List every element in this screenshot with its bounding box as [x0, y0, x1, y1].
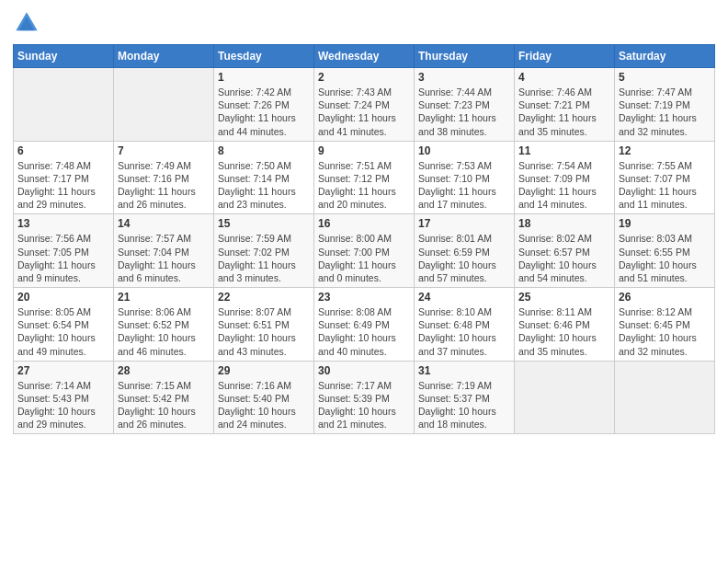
- main-container: Sunday Monday Tuesday Wednesday Thursday…: [0, 0, 728, 443]
- table-cell: 13Sunrise: 7:56 AMSunset: 7:05 PMDayligh…: [14, 214, 114, 288]
- table-cell: 1Sunrise: 7:42 AMSunset: 7:26 PMDaylight…: [214, 68, 314, 142]
- day-info: Sunrise: 8:00 AMSunset: 7:00 PMDaylight:…: [318, 232, 410, 284]
- table-cell: 3Sunrise: 7:44 AMSunset: 7:23 PMDaylight…: [415, 68, 515, 142]
- day-number: 8: [218, 144, 310, 157]
- day-number: 4: [518, 71, 610, 84]
- day-number: 12: [619, 144, 711, 157]
- day-info: Sunrise: 8:08 AMSunset: 6:49 PMDaylight:…: [318, 305, 410, 358]
- header: [13, 9, 715, 37]
- day-info: Sunrise: 7:19 AMSunset: 5:37 PMDaylight:…: [418, 379, 510, 431]
- table-cell: [615, 361, 715, 434]
- table-cell: 28Sunrise: 7:15 AMSunset: 5:42 PMDayligh…: [114, 361, 214, 434]
- table-cell: 18Sunrise: 8:02 AMSunset: 6:57 PMDayligh…: [515, 214, 615, 288]
- table-cell: 9Sunrise: 7:51 AMSunset: 7:12 PMDaylight…: [314, 141, 415, 214]
- table-cell: 23Sunrise: 8:08 AMSunset: 6:49 PMDayligh…: [314, 288, 415, 362]
- day-number: 20: [17, 291, 109, 304]
- day-info: Sunrise: 7:46 AMSunset: 7:21 PMDaylight:…: [518, 86, 610, 138]
- day-info: Sunrise: 8:10 AMSunset: 6:48 PMDaylight:…: [418, 305, 510, 358]
- calendar-header: Sunday Monday Tuesday Wednesday Thursday…: [14, 45, 715, 68]
- day-info: Sunrise: 7:42 AMSunset: 7:26 PMDaylight:…: [218, 86, 310, 138]
- header-row: Sunday Monday Tuesday Wednesday Thursday…: [14, 45, 715, 68]
- logo-icon: [13, 9, 40, 37]
- day-info: Sunrise: 7:57 AMSunset: 7:04 PMDaylight:…: [118, 232, 210, 284]
- day-number: 7: [118, 144, 210, 157]
- table-cell: 12Sunrise: 7:55 AMSunset: 7:07 PMDayligh…: [615, 141, 715, 214]
- day-info: Sunrise: 8:12 AMSunset: 6:45 PMDaylight:…: [619, 305, 711, 358]
- day-number: 11: [518, 144, 610, 157]
- day-number: 18: [518, 217, 610, 230]
- table-cell: 30Sunrise: 7:17 AMSunset: 5:39 PMDayligh…: [314, 361, 415, 434]
- day-info: Sunrise: 8:02 AMSunset: 6:57 PMDaylight:…: [518, 232, 610, 284]
- table-cell: 17Sunrise: 8:01 AMSunset: 6:59 PMDayligh…: [415, 214, 515, 288]
- day-number: 9: [318, 144, 410, 157]
- day-number: 30: [318, 364, 410, 377]
- day-info: Sunrise: 7:15 AMSunset: 5:42 PMDaylight:…: [118, 379, 210, 431]
- day-number: 1: [218, 71, 310, 84]
- table-cell: 20Sunrise: 8:05 AMSunset: 6:54 PMDayligh…: [14, 288, 114, 362]
- table-cell: 24Sunrise: 8:10 AMSunset: 6:48 PMDayligh…: [415, 288, 515, 362]
- day-info: Sunrise: 7:54 AMSunset: 7:09 PMDaylight:…: [518, 159, 610, 212]
- table-cell: 19Sunrise: 8:03 AMSunset: 6:55 PMDayligh…: [615, 214, 715, 288]
- table-cell: 6Sunrise: 7:48 AMSunset: 7:17 PMDaylight…: [14, 141, 114, 214]
- table-cell: [114, 68, 214, 142]
- table-cell: [515, 361, 615, 434]
- day-info: Sunrise: 7:43 AMSunset: 7:24 PMDaylight:…: [318, 86, 410, 138]
- day-number: 31: [418, 364, 510, 377]
- table-cell: 10Sunrise: 7:53 AMSunset: 7:10 PMDayligh…: [415, 141, 515, 214]
- col-friday: Friday: [515, 45, 615, 68]
- day-number: 21: [118, 291, 210, 304]
- table-cell: 22Sunrise: 8:07 AMSunset: 6:51 PMDayligh…: [214, 288, 314, 362]
- day-number: 28: [118, 364, 210, 377]
- day-number: 10: [418, 144, 510, 157]
- day-info: Sunrise: 8:06 AMSunset: 6:52 PMDaylight:…: [118, 305, 210, 358]
- table-cell: 11Sunrise: 7:54 AMSunset: 7:09 PMDayligh…: [515, 141, 615, 214]
- day-number: 24: [418, 291, 510, 304]
- col-saturday: Saturday: [615, 45, 715, 68]
- day-info: Sunrise: 7:59 AMSunset: 7:02 PMDaylight:…: [218, 232, 310, 284]
- logo: [13, 9, 44, 37]
- table-cell: 31Sunrise: 7:19 AMSunset: 5:37 PMDayligh…: [415, 361, 515, 434]
- table-cell: 2Sunrise: 7:43 AMSunset: 7:24 PMDaylight…: [314, 68, 415, 142]
- day-number: 14: [118, 217, 210, 230]
- day-info: Sunrise: 8:03 AMSunset: 6:55 PMDaylight:…: [619, 232, 711, 284]
- day-number: 16: [318, 217, 410, 230]
- table-cell: 25Sunrise: 8:11 AMSunset: 6:46 PMDayligh…: [515, 288, 615, 362]
- day-info: Sunrise: 8:05 AMSunset: 6:54 PMDaylight:…: [17, 305, 109, 358]
- col-thursday: Thursday: [415, 45, 515, 68]
- day-number: 5: [619, 71, 711, 84]
- day-number: 29: [218, 364, 310, 377]
- day-number: 23: [318, 291, 410, 304]
- col-tuesday: Tuesday: [214, 45, 314, 68]
- table-cell: 21Sunrise: 8:06 AMSunset: 6:52 PMDayligh…: [114, 288, 214, 362]
- day-info: Sunrise: 8:07 AMSunset: 6:51 PMDaylight:…: [218, 305, 310, 358]
- day-number: 15: [218, 217, 310, 230]
- table-cell: 7Sunrise: 7:49 AMSunset: 7:16 PMDaylight…: [114, 141, 214, 214]
- day-info: Sunrise: 8:11 AMSunset: 6:46 PMDaylight:…: [518, 305, 610, 358]
- day-info: Sunrise: 7:51 AMSunset: 7:12 PMDaylight:…: [318, 159, 410, 212]
- table-cell: 26Sunrise: 8:12 AMSunset: 6:45 PMDayligh…: [615, 288, 715, 362]
- col-wednesday: Wednesday: [314, 45, 415, 68]
- day-info: Sunrise: 7:50 AMSunset: 7:14 PMDaylight:…: [218, 159, 310, 212]
- day-info: Sunrise: 8:01 AMSunset: 6:59 PMDaylight:…: [418, 232, 510, 284]
- col-sunday: Sunday: [14, 45, 114, 68]
- day-info: Sunrise: 7:53 AMSunset: 7:10 PMDaylight:…: [418, 159, 510, 212]
- table-cell: [14, 68, 114, 142]
- day-info: Sunrise: 7:47 AMSunset: 7:19 PMDaylight:…: [619, 86, 711, 138]
- table-cell: 16Sunrise: 8:00 AMSunset: 7:00 PMDayligh…: [314, 214, 415, 288]
- table-cell: 5Sunrise: 7:47 AMSunset: 7:19 PMDaylight…: [615, 68, 715, 142]
- table-cell: 4Sunrise: 7:46 AMSunset: 7:21 PMDaylight…: [515, 68, 615, 142]
- day-number: 13: [17, 217, 109, 230]
- day-number: 3: [418, 71, 510, 84]
- day-info: Sunrise: 7:49 AMSunset: 7:16 PMDaylight:…: [118, 159, 210, 212]
- day-info: Sunrise: 7:17 AMSunset: 5:39 PMDaylight:…: [318, 379, 410, 431]
- calendar-table: Sunday Monday Tuesday Wednesday Thursday…: [13, 44, 715, 434]
- table-cell: 15Sunrise: 7:59 AMSunset: 7:02 PMDayligh…: [214, 214, 314, 288]
- day-number: 26: [619, 291, 711, 304]
- day-number: 17: [418, 217, 510, 230]
- day-info: Sunrise: 7:48 AMSunset: 7:17 PMDaylight:…: [17, 159, 109, 212]
- col-monday: Monday: [114, 45, 214, 68]
- day-number: 6: [17, 144, 109, 157]
- day-number: 2: [318, 71, 410, 84]
- day-info: Sunrise: 7:14 AMSunset: 5:43 PMDaylight:…: [17, 379, 109, 431]
- table-cell: 14Sunrise: 7:57 AMSunset: 7:04 PMDayligh…: [114, 214, 214, 288]
